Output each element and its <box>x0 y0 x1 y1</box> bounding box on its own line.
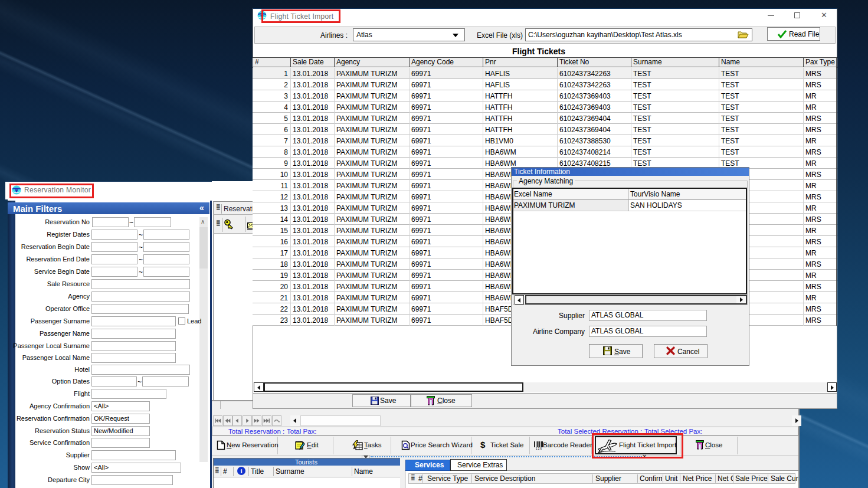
svg-text:1 2 6: 1 2 6 <box>536 447 542 450</box>
